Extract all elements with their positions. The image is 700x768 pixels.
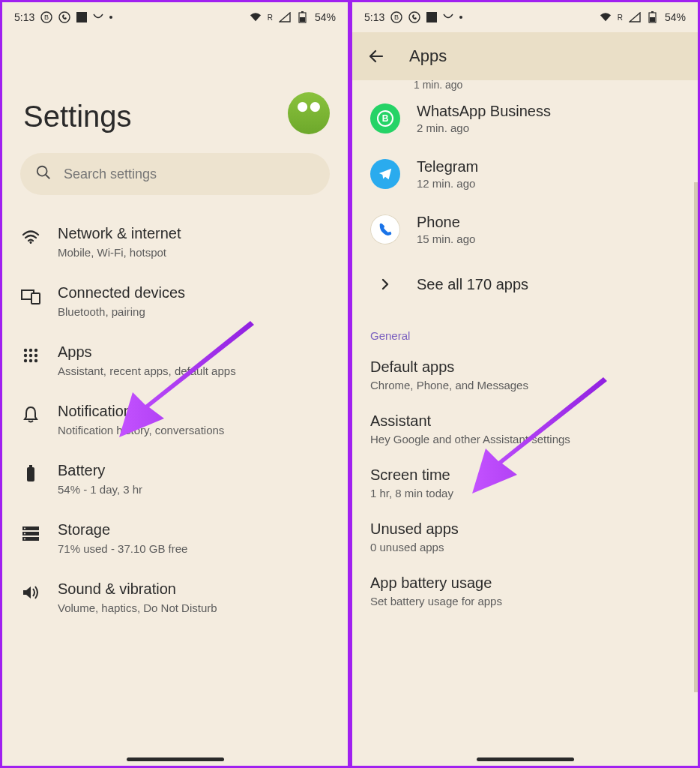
status-dot: [109, 16, 112, 19]
gen-title: Assistant: [370, 412, 680, 430]
search-icon: [35, 164, 52, 184]
item-sub: Bluetooth, pairing: [58, 305, 330, 318]
gen-item-app-battery-usage[interactable]: App battery usageSet battery usage for a…: [352, 564, 698, 618]
gen-item-screen-time[interactable]: Screen time1 hr, 8 min today: [352, 456, 698, 510]
svg-point-18: [29, 359, 32, 362]
settings-item-sound[interactable]: Sound & vibrationVolume, haptics, Do Not…: [2, 567, 348, 626]
scrollbar[interactable]: [694, 182, 698, 692]
battery-percent: 54%: [665, 11, 686, 23]
see-all-apps[interactable]: See all 170 apps: [352, 257, 698, 311]
item-title: Storage: [58, 520, 330, 539]
signal-status-icon: [629, 11, 641, 23]
svg-point-6: [37, 166, 47, 176]
settings-item-network[interactable]: Network & internetMobile, Wi-Fi, hotspot: [2, 212, 348, 271]
whatsapp-status-icon: [408, 11, 420, 23]
app-row-whatsapp-business[interactable]: B WhatsApp Business2 min. ago: [352, 91, 698, 146]
settings-screen: 5:13 B R 54% Settings Network & i: [0, 0, 350, 768]
settings-item-apps[interactable]: AppsAssistant, recent apps, default apps: [2, 330, 348, 389]
gen-sub: Set battery usage for apps: [370, 595, 680, 608]
svg-point-15: [29, 354, 32, 357]
status-dot: [459, 16, 462, 19]
svg-rect-20: [27, 467, 34, 482]
wifi-status-icon: [250, 11, 262, 23]
app-row-phone[interactable]: Phone15 min. ago: [352, 202, 698, 257]
svg-point-11: [24, 349, 27, 352]
item-title: Notifications: [58, 401, 330, 421]
app-time: 15 min. ago: [417, 232, 475, 245]
item-title: Battery: [58, 460, 330, 480]
wifi-icon: [20, 226, 41, 248]
svg-point-8: [29, 241, 31, 243]
svg-rect-21: [29, 465, 32, 467]
whatsapp-status-icon: [58, 11, 70, 23]
settings-item-battery[interactable]: Battery54% - 1 day, 3 hr: [2, 448, 348, 508]
profile-avatar[interactable]: [288, 92, 330, 134]
section-general: General: [352, 311, 698, 348]
page-title: Settings: [2, 32, 348, 153]
home-indicator[interactable]: [477, 758, 574, 761]
battery-status-icon: [647, 11, 659, 23]
gen-item-assistant[interactable]: AssistantHey Google and other Assistant …: [352, 402, 698, 456]
battery-status-icon: [297, 11, 309, 23]
svg-point-2: [59, 12, 70, 22]
gen-title: Default apps: [370, 358, 680, 376]
signal-label: R: [618, 14, 623, 22]
app-time: 2 min. ago: [417, 122, 551, 134]
item-title: Network & internet: [58, 224, 330, 243]
status-icon-b: B: [390, 11, 402, 23]
status-bar: 5:13 B R 54%: [2, 2, 348, 32]
item-sub: 54% - 1 day, 3 hr: [58, 483, 330, 496]
appbar-title: Apps: [409, 46, 447, 66]
settings-item-storage[interactable]: Storage71% used - 37.10 GB free: [2, 508, 348, 567]
settings-item-notifications[interactable]: NotificationsNotification history, conve…: [2, 389, 348, 448]
svg-rect-33: [650, 17, 655, 22]
svg-point-16: [34, 354, 37, 357]
svg-point-30: [409, 12, 420, 22]
gen-sub: 0 unused apps: [370, 541, 680, 554]
home-indicator[interactable]: [127, 758, 224, 761]
see-all-label: See all 170 apps: [417, 276, 528, 293]
svg-point-13: [34, 349, 37, 352]
status-icon-curve: [93, 11, 103, 23]
svg-text:B: B: [44, 14, 49, 21]
svg-point-25: [24, 528, 25, 530]
app-name: Telegram: [417, 158, 478, 176]
status-time: 5:13: [14, 11, 34, 23]
gen-sub: Hey Google and other Assistant settings: [370, 433, 680, 446]
apps-screen: 5:13 B R 54% Apps 1 min. ago B WhatsApp: [350, 0, 700, 768]
signal-status-icon: [279, 11, 291, 23]
status-time: 5:13: [364, 11, 384, 23]
telegram-icon: [370, 159, 400, 189]
svg-text:B: B: [382, 113, 389, 124]
whatsapp-business-icon: B: [370, 104, 400, 134]
chevron-right-icon: [370, 269, 400, 299]
bell-icon: [20, 404, 41, 425]
sound-icon: [20, 582, 41, 603]
app-row-telegram[interactable]: Telegram12 min. ago: [352, 146, 698, 202]
status-icon-square: [76, 12, 87, 22]
svg-line-7: [46, 175, 50, 179]
settings-item-connected-devices[interactable]: Connected devicesBluetooth, pairing: [2, 271, 348, 330]
item-sub: Notification history, conversations: [58, 424, 330, 436]
item-sub: Assistant, recent apps, default apps: [58, 364, 330, 377]
item-title: Sound & vibration: [58, 579, 330, 598]
search-bar[interactable]: [20, 153, 330, 195]
item-sub: 71% used - 37.10 GB free: [58, 542, 330, 555]
svg-rect-5: [300, 17, 305, 22]
battery-percent: 54%: [315, 11, 336, 23]
svg-point-14: [24, 354, 27, 357]
devices-icon: [20, 286, 41, 307]
item-sub: Mobile, Wi-Fi, hotspot: [58, 246, 330, 259]
app-bar: Apps: [352, 32, 698, 80]
svg-point-27: [24, 538, 25, 540]
back-button[interactable]: [361, 41, 391, 71]
gen-item-unused-apps[interactable]: Unused apps0 unused apps: [352, 510, 698, 564]
gen-item-default-apps[interactable]: Default appsChrome, Phone, and Messages: [352, 348, 698, 402]
search-input[interactable]: [62, 166, 315, 183]
wifi-status-icon: [600, 11, 612, 23]
phone-icon: [370, 214, 400, 244]
status-icon-square: [426, 12, 437, 22]
svg-point-17: [24, 359, 27, 362]
app-time: 12 min. ago: [417, 177, 478, 190]
status-icon-b: B: [40, 11, 52, 23]
